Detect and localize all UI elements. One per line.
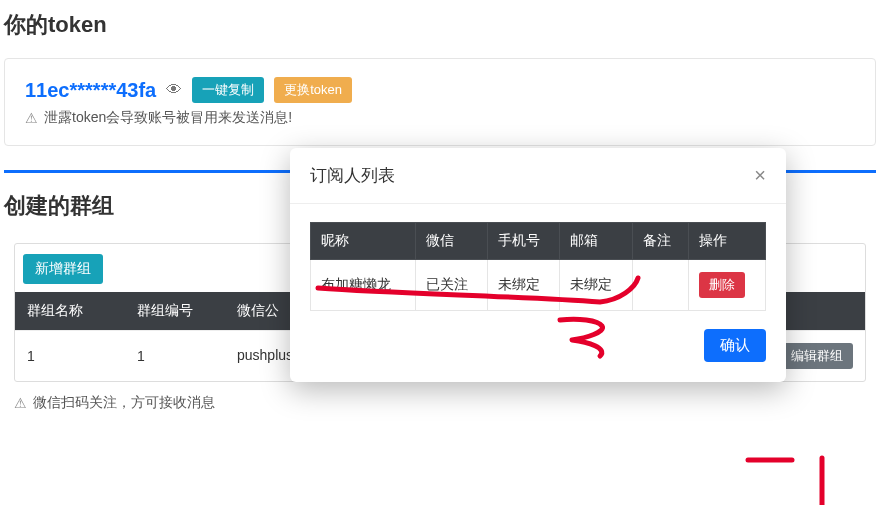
cell-remark — [632, 260, 688, 311]
cell-phone: 未绑定 — [487, 260, 559, 311]
copy-token-button[interactable]: 一键复制 — [192, 77, 264, 103]
cell-group-code: 1 — [125, 331, 225, 382]
warning-icon: ⚠ — [14, 395, 27, 411]
modal-title: 订阅人列表 — [310, 164, 395, 187]
delete-subscriber-button[interactable]: 删除 — [699, 272, 745, 298]
col-group-name: 群组名称 — [15, 292, 125, 331]
cell-group-name: 1 — [15, 331, 125, 382]
close-icon[interactable]: × — [754, 164, 766, 187]
edit-group-button[interactable]: 编辑群组 — [781, 343, 853, 369]
token-section-title: 你的token — [4, 10, 876, 40]
subscriber-table: 昵称 微信 手机号 邮箱 备注 操作 布加糖懒龙 已关注 未绑定 未绑定 删除 — [310, 222, 766, 311]
col-group-code: 群组编号 — [125, 292, 225, 331]
token-card: 11ec******43fa 👁 一键复制 更换token ⚠ 泄露token会… — [4, 58, 876, 146]
subscriber-modal: 订阅人列表 × 昵称 微信 手机号 邮箱 备注 操作 布加糖懒龙 已关注 未绑定 — [290, 148, 786, 382]
warning-icon: ⚠ — [25, 110, 38, 126]
col-phone: 手机号 — [487, 223, 559, 260]
col-remark: 备注 — [632, 223, 688, 260]
token-warning-text: 泄露token会导致账号被冒用来发送消息! — [44, 109, 292, 127]
col-nick: 昵称 — [311, 223, 416, 260]
token-value: 11ec******43fa — [25, 79, 156, 102]
cell-nick: 布加糖懒龙 — [311, 260, 416, 311]
col-ops: 操作 — [688, 223, 765, 260]
table-row: 布加糖懒龙 已关注 未绑定 未绑定 删除 — [311, 260, 766, 311]
new-group-button[interactable]: 新增群组 — [23, 254, 103, 284]
eye-icon[interactable]: 👁 — [166, 81, 182, 99]
col-email: 邮箱 — [560, 223, 632, 260]
footer-warning-text: 微信扫码关注，方可接收消息 — [33, 394, 215, 412]
rotate-token-button[interactable]: 更换token — [274, 77, 352, 103]
cell-email: 未绑定 — [560, 260, 632, 311]
col-wx: 微信 — [415, 223, 487, 260]
cell-wx: 已关注 — [415, 260, 487, 311]
confirm-button[interactable]: 确认 — [704, 329, 766, 362]
